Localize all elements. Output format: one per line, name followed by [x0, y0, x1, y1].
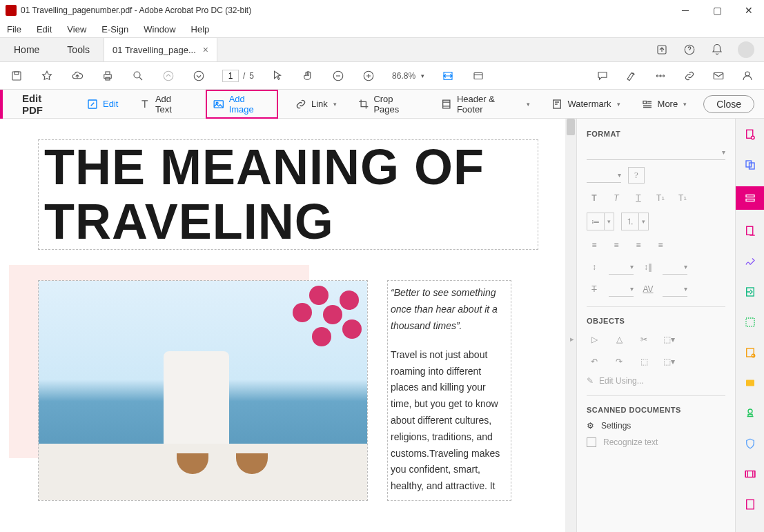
number-list-button[interactable]: ⒈▾	[621, 213, 649, 230]
menu-esign[interactable]: E-Sign	[99, 23, 131, 36]
rotate-cw-icon[interactable]: ↷	[611, 354, 627, 369]
more-side-icon[interactable]	[741, 495, 759, 513]
replace-image-icon[interactable]: ⬚	[636, 354, 652, 369]
organize-icon[interactable]	[741, 283, 759, 301]
align-left-icon[interactable]: ≡	[587, 237, 602, 253]
avatar[interactable]	[738, 41, 754, 58]
page-down-icon[interactable]	[192, 69, 206, 83]
char-spacing-icon[interactable]: AV	[640, 282, 656, 297]
font-size-dropdown[interactable]: ▾	[587, 168, 621, 183]
mail-icon[interactable]	[712, 69, 725, 83]
edit-pdf-tool-icon[interactable]	[736, 186, 765, 210]
edit-using-button[interactable]: ✎ Edit Using...	[587, 376, 725, 386]
create-pdf-icon[interactable]	[741, 126, 759, 144]
comment-icon[interactable]	[596, 69, 609, 83]
watermark-button[interactable]: Watermark ▾	[547, 95, 624, 113]
paragraph-spacing-icon[interactable]: ↕‖	[640, 259, 656, 275]
hand-icon[interactable]	[301, 69, 315, 83]
link-button[interactable]: Link ▾	[291, 95, 341, 113]
align-center-icon[interactable]: ≡	[609, 237, 624, 253]
superscript-icon[interactable]: T1	[653, 190, 668, 206]
collapse-right-icon[interactable]: ▸	[568, 326, 576, 353]
document-heading[interactable]: THE MEANING OF TRAVELING	[38, 139, 538, 250]
profile-icon[interactable]	[741, 69, 754, 83]
cloud-icon[interactable]	[70, 69, 84, 83]
close-window-button[interactable]: ✕	[739, 2, 758, 19]
document-textbox[interactable]: “Better to see something once than hear …	[387, 280, 511, 501]
sticky-note-icon[interactable]	[741, 374, 759, 392]
export-pdf-icon[interactable]	[741, 222, 759, 240]
bold-icon[interactable]: T	[587, 190, 602, 206]
tab-tools[interactable]: Tools	[53, 38, 104, 61]
link-tools-icon[interactable]	[683, 69, 696, 83]
subscript-icon[interactable]: T1	[675, 190, 690, 206]
char-spacing-dropdown[interactable]: ▾	[663, 282, 687, 297]
horiz-scale-dropdown[interactable]: ▾	[609, 282, 634, 297]
upload-icon[interactable]	[655, 43, 669, 57]
strikethrough-icon[interactable]: T	[587, 282, 602, 297]
align-objects-icon[interactable]: ⬚▾	[661, 354, 676, 369]
video-icon[interactable]	[741, 465, 759, 483]
line-spacing-dropdown[interactable]: ▾	[609, 259, 634, 275]
zoom-dropdown[interactable]: 86.8% ▾	[392, 71, 424, 81]
stamp-icon[interactable]	[741, 404, 759, 422]
underline-icon[interactable]: T	[631, 190, 646, 206]
combine-icon[interactable]	[741, 156, 759, 174]
crop-button[interactable]: Crop Pages	[353, 91, 424, 117]
crop-object-icon[interactable]: ✂	[636, 332, 652, 347]
add-text-button[interactable]: Add Text	[135, 91, 193, 117]
zoom-in-icon[interactable]	[362, 69, 375, 83]
close-editbar-button[interactable]: Close	[703, 95, 754, 113]
arrange-icon[interactable]: ⬚▾	[661, 332, 676, 347]
menu-help[interactable]: Help	[188, 23, 213, 36]
search-icon[interactable]	[131, 69, 145, 83]
scroll-thumb[interactable]	[567, 119, 575, 135]
fill-sign-icon[interactable]	[741, 344, 759, 362]
bullet-list-button[interactable]: ≔▾	[587, 213, 614, 230]
rotate-ccw-icon[interactable]: ↶	[587, 354, 602, 369]
tab-document[interactable]: 01 Travelling_page... ×	[104, 38, 217, 61]
bell-icon[interactable]	[710, 43, 724, 57]
close-tab-icon[interactable]: ×	[203, 44, 208, 55]
menu-edit[interactable]: Edit	[34, 23, 55, 36]
maximize-button[interactable]: ▢	[707, 2, 727, 19]
help-icon[interactable]	[683, 43, 696, 57]
settings-button[interactable]: ⚙ Settings	[587, 421, 725, 431]
recognize-text-row[interactable]: Recognize text	[587, 437, 725, 447]
add-image-button[interactable]: Add Image	[206, 90, 278, 119]
more-button[interactable]: More ▾	[637, 95, 692, 113]
menu-view[interactable]: View	[64, 23, 89, 36]
paragraph-spacing-dropdown[interactable]: ▾	[663, 259, 687, 275]
edit-button[interactable]: Edit	[82, 95, 122, 113]
protect-icon[interactable]	[741, 435, 759, 453]
highlight-icon[interactable]	[625, 69, 638, 83]
print-icon[interactable]	[101, 69, 115, 83]
pointer-icon[interactable]	[271, 69, 284, 83]
color-picker[interactable]: ?	[628, 167, 645, 184]
save-icon[interactable]	[10, 69, 23, 83]
menu-file[interactable]: File	[4, 23, 24, 36]
document-view[interactable]: THE MEANING OF TRAVELING “Better to see …	[0, 119, 576, 532]
align-justify-icon[interactable]: ≡	[653, 237, 668, 253]
recognize-checkbox[interactable]	[587, 437, 596, 447]
menu-window[interactable]: Window	[141, 23, 178, 36]
document-image[interactable]	[38, 280, 368, 501]
minimize-button[interactable]: ─	[676, 2, 695, 19]
page-input[interactable]	[222, 70, 239, 82]
compress-icon[interactable]	[741, 313, 759, 331]
page-up-icon[interactable]	[161, 69, 175, 83]
star-icon[interactable]	[40, 69, 54, 83]
tab-home[interactable]: Home	[0, 38, 53, 61]
italic-icon[interactable]: T	[609, 190, 624, 206]
header-footer-button[interactable]: Header & Footer ▾	[436, 91, 534, 117]
font-family-dropdown[interactable]: ▾	[587, 145, 725, 160]
align-right-icon[interactable]: ≡	[631, 237, 646, 253]
reading-mode-icon[interactable]	[471, 69, 485, 83]
sign-icon[interactable]	[741, 253, 759, 270]
flip-vertical-icon[interactable]: △	[611, 332, 627, 347]
zoom-out-icon[interactable]	[331, 69, 345, 83]
line-spacing-icon[interactable]: ↕	[587, 259, 602, 275]
more-tools-icon[interactable]	[654, 69, 667, 83]
flip-horizontal-icon[interactable]: ▷	[587, 332, 602, 347]
fit-width-icon[interactable]	[441, 69, 455, 83]
